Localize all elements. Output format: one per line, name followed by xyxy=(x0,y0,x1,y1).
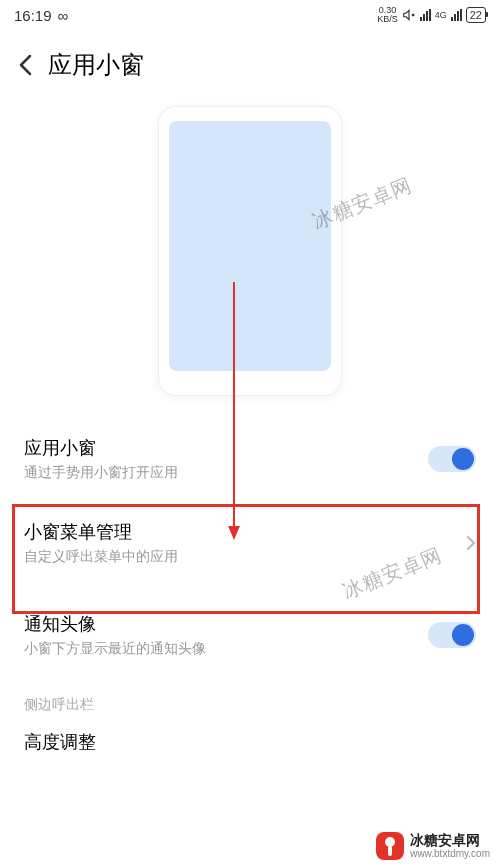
signal-bars-icon xyxy=(420,9,431,21)
back-icon[interactable] xyxy=(18,54,32,76)
setting-notification-avatar[interactable]: 通知头像 小窗下方显示最近的通知头像 xyxy=(0,590,500,672)
setting-menu-management[interactable]: 小窗菜单管理 自定义呼出菜单中的应用 xyxy=(0,496,500,590)
setting-text: 通知头像 小窗下方显示最近的通知头像 xyxy=(24,612,428,658)
setting-subtitle: 自定义呼出菜单中的应用 xyxy=(24,548,466,566)
toggle-notification-avatar[interactable] xyxy=(428,622,476,648)
phone-preview xyxy=(0,100,500,396)
network-type: 4G xyxy=(435,10,447,20)
footer-name: 冰糖安卓网 xyxy=(410,833,490,848)
toggle-knob xyxy=(452,448,474,470)
page-header: 应用小窗 xyxy=(0,30,500,100)
main-content: 应用小窗 通过手势用小窗打开应用 小窗菜单管理 自定义呼出菜单中的应用 通知头像… xyxy=(0,100,500,772)
status-right: 0.30 KB/S 4G 22 xyxy=(377,6,486,24)
toggle-app-window[interactable] xyxy=(428,446,476,472)
setting-title: 应用小窗 xyxy=(24,436,428,460)
footer-logo: 冰糖安卓网 www.btxtdmy.com xyxy=(376,832,490,860)
setting-app-window[interactable]: 应用小窗 通过手势用小窗打开应用 xyxy=(0,420,500,496)
signal-bars-icon-2 xyxy=(451,9,462,21)
section-label-side-bar: 侧边呼出栏 xyxy=(0,672,500,720)
footer-text: 冰糖安卓网 www.btxtdmy.com xyxy=(410,833,490,859)
setting-text: 应用小窗 通过手势用小窗打开应用 xyxy=(24,436,428,482)
phone-frame xyxy=(158,106,342,396)
chevron-right-icon xyxy=(466,535,476,551)
status-bar: 16:19 ∞ 0.30 KB/S 4G 22 xyxy=(0,0,500,30)
network-speed: 0.30 KB/S xyxy=(377,6,398,24)
infinity-icon: ∞ xyxy=(58,7,69,24)
battery-indicator: 22 xyxy=(466,7,486,23)
status-left: 16:19 ∞ xyxy=(14,7,68,24)
setting-title: 小窗菜单管理 xyxy=(24,520,466,544)
toggle-knob xyxy=(452,624,474,646)
setting-title: 通知头像 xyxy=(24,612,428,636)
mute-icon xyxy=(402,8,416,22)
status-time: 16:19 xyxy=(14,7,52,24)
setting-subtitle: 通过手势用小窗打开应用 xyxy=(24,464,428,482)
setting-subtitle: 小窗下方显示最近的通知头像 xyxy=(24,640,428,658)
setting-height-adjust[interactable]: 高度调整 xyxy=(0,720,500,772)
footer-url: www.btxtdmy.com xyxy=(410,848,490,859)
page-title: 应用小窗 xyxy=(48,49,144,81)
logo-icon xyxy=(376,832,404,860)
setting-text: 高度调整 xyxy=(24,730,476,758)
setting-text: 小窗菜单管理 自定义呼出菜单中的应用 xyxy=(24,520,466,566)
phone-screen xyxy=(169,121,331,371)
setting-title: 高度调整 xyxy=(24,730,476,754)
